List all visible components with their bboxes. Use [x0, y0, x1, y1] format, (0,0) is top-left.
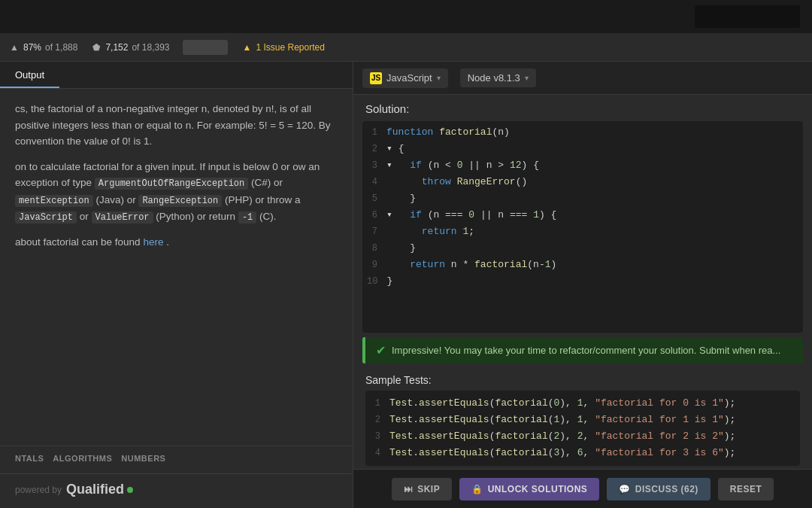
success-icon: ✔ — [376, 343, 386, 357]
code-line-5: 5 } — [362, 190, 803, 207]
code-editor[interactable]: 1 function factorial(n) 2 ▾ { 3 ▾ if (n … — [362, 121, 803, 333]
code-line-7: 7 return 1; — [362, 224, 803, 240]
code-line-6: 6 ▾ if (n === 0 || n === 1) { — [362, 207, 803, 224]
code-js: JavaScript — [15, 211, 77, 224]
tag-ntals[interactable]: NTALS — [15, 454, 44, 463]
success-bar: ✔ Impressive! You may take your time to … — [362, 337, 803, 364]
main-layout: Output cs, the factorial of a non-negati… — [0, 62, 812, 508]
test-line-num-1: 1 — [365, 395, 389, 412]
language-selector[interactable]: JS JavaScript ▾ — [362, 68, 448, 88]
discuss-icon: 💬 — [619, 484, 631, 494]
star-stat: ⬟ 7,152 of 18,393 — [91, 42, 169, 53]
tests-section: Sample Tests: 1 Test.assertEquals(factor… — [353, 368, 812, 469]
action-bar: ⏭ SKIP 🔒 UNLOCK SOLUTIONS 💬 DISCUSS (62)… — [353, 469, 812, 508]
desc-para2: on to calculate factorial for a given in… — [15, 159, 338, 225]
discuss-label: DISCUSS (62) — [635, 484, 698, 494]
solution-area: Solution: 1 function factorial(n) 2 ▾ { … — [353, 95, 812, 368]
line-content-1: function factorial(n) — [386, 124, 510, 141]
logo-dot — [127, 487, 133, 493]
code-neg1: -1 — [238, 211, 256, 224]
code-valueerror: ValueError — [92, 211, 153, 224]
test-line-2: 2 Test.assertEquals(factorial(1), 1, "fa… — [365, 412, 800, 428]
tab-output[interactable]: Output — [0, 63, 59, 88]
skip-icon: ⏭ — [404, 484, 414, 494]
unlock-solutions-button[interactable]: 🔒 UNLOCK SOLUTIONS — [459, 478, 599, 500]
test-line-num-2: 2 — [365, 412, 389, 428]
completion-icon: ▲ — [9, 42, 20, 53]
reset-button[interactable]: RESET — [718, 478, 774, 500]
line-num-8: 8 — [362, 240, 386, 257]
issue-stat: ▲ 1 Issue Reported — [241, 42, 324, 53]
line-content-2: ▾ { — [386, 141, 404, 157]
line-num-7: 7 — [362, 224, 386, 240]
issue-label: 1 Issue Reported — [256, 42, 324, 53]
top-bar — [0, 0, 812, 33]
code-line-10: 10 } — [362, 273, 803, 290]
line-content-8: } — [386, 240, 416, 257]
completion-percent: 87% — [23, 42, 41, 53]
star-count: 7,152 — [105, 42, 128, 53]
completion-stat: ▲ 87% of 1,888 — [9, 42, 77, 53]
language-bar: JS JavaScript ▾ Node v8.1.3 ▾ — [353, 62, 812, 95]
code-line-3: 3 ▾ if (n < 0 || n > 12) { — [362, 157, 803, 174]
version-selector[interactable]: Node v8.1.3 ▾ — [460, 68, 536, 87]
desc-para3: about factorial can be found here . — [15, 234, 338, 251]
test-line-num-4: 4 — [365, 445, 389, 461]
line-num-10: 10 — [362, 273, 386, 290]
code-line-4: 4 throw RangeError() — [362, 174, 803, 190]
line-content-5: } — [386, 190, 416, 207]
star-icon: ⬟ — [91, 42, 102, 53]
tests-header: Sample Tests: — [365, 374, 800, 386]
line-num-1: 1 — [362, 124, 386, 141]
line-num-2: 2 — [362, 141, 386, 157]
lang-chevron: ▾ — [437, 74, 441, 82]
version-label: Node v8.1.3 — [468, 72, 520, 84]
here-link[interactable]: here — [143, 236, 163, 248]
line-num-5: 5 — [362, 190, 386, 207]
test-line-1: 1 Test.assertEquals(factorial(0), 1, "fa… — [365, 395, 800, 412]
line-num-9: 9 — [362, 257, 386, 273]
line-content-7: return 1; — [386, 224, 474, 240]
qualified-logo: Qualified — [66, 482, 133, 497]
code-line-8: 8 } — [362, 240, 803, 257]
powered-by: powered by Qualified — [0, 473, 353, 508]
solution-header: Solution: — [353, 95, 812, 121]
test-line-content-1: Test.assertEquals(factorial(0), 1, "fact… — [389, 395, 735, 412]
right-panel: JS JavaScript ▾ Node v8.1.3 ▾ Solution: … — [353, 62, 812, 508]
top-bar-right-widget — [695, 5, 800, 28]
stats-bar: ▲ 87% of 1,888 ⬟ 7,152 of 18,393 ▲ 1 Iss… — [0, 33, 812, 62]
description-content: cs, the factorial of a non-negative inte… — [0, 89, 353, 446]
powered-by-text: powered by — [15, 485, 62, 495]
lang-label: JavaScript — [386, 72, 432, 84]
tab-bar: Output — [0, 62, 353, 89]
code-line-1: 1 function factorial(n) — [362, 124, 803, 141]
test-line-3: 3 Test.assertEquals(factorial(2), 2, "fa… — [365, 428, 800, 445]
code-rangeexception: RangeException — [138, 195, 222, 207]
star-of: of 18,393 — [132, 42, 169, 53]
test-line-content-3: Test.assertEquals(factorial(2), 2, "fact… — [389, 428, 735, 445]
reset-label: RESET — [730, 484, 762, 494]
test-line-4: 4 Test.assertEquals(factorial(3), 6, "fa… — [365, 445, 800, 461]
code-mentexception: mentException — [15, 195, 93, 207]
code-argrange: ArgumentOutOfRangeException — [95, 178, 248, 190]
code-line-9: 9 return n * factorial(n-1) — [362, 257, 803, 273]
line-content-9: return n * factorial(n-1) — [386, 257, 556, 273]
skip-label: SKIP — [417, 484, 440, 494]
success-message: Impressive! You may take your time to re… — [392, 345, 780, 356]
test-line-content-4: Test.assertEquals(factorial(3), 6, "fact… — [389, 445, 735, 461]
test-line-num-3: 3 — [365, 428, 389, 445]
lock-icon: 🔒 — [471, 484, 483, 494]
line-num-4: 4 — [362, 174, 386, 190]
line-num-6: 6 — [362, 207, 386, 224]
warning-icon: ▲ — [241, 42, 252, 53]
test-line-content-2: Test.assertEquals(factorial(1), 1, "fact… — [389, 412, 735, 428]
left-panel: Output cs, the factorial of a non-negati… — [0, 62, 353, 508]
skip-button[interactable]: ⏭ SKIP — [392, 478, 453, 500]
tag-numbers[interactable]: NUMBERS — [121, 454, 165, 463]
line-content-4: throw RangeError() — [386, 174, 527, 190]
discuss-button[interactable]: 💬 DISCUSS (62) — [607, 478, 710, 500]
tests-code: 1 Test.assertEquals(factorial(0), 1, "fa… — [365, 391, 800, 466]
tag-algorithms[interactable]: ALGORITHMS — [53, 454, 112, 463]
js-icon: JS — [370, 72, 382, 84]
tags-section: NTALS ALGORITHMS NUMBERS — [0, 446, 353, 473]
